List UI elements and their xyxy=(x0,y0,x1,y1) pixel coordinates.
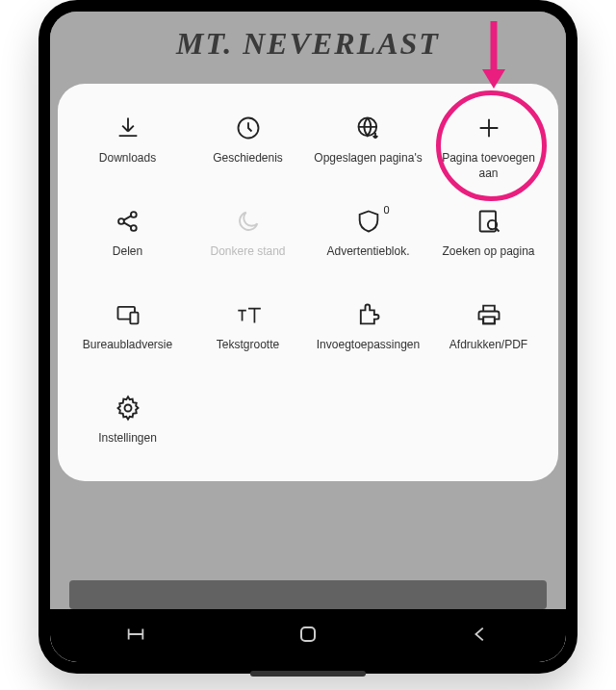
menu-item-textsize[interactable]: Tekstgrootte xyxy=(192,299,303,369)
menu-label: Downloads xyxy=(99,151,156,182)
menu-label: Delen xyxy=(113,244,142,275)
globe-download-icon xyxy=(353,113,384,143)
menu-item-saved-pages[interactable]: Opgeslagen pagina's xyxy=(313,113,424,182)
menu-item-history[interactable]: Geschiedenis xyxy=(192,113,303,182)
adblock-badge: 0 xyxy=(383,204,389,216)
page-title: Mt. Neverlast xyxy=(50,26,566,62)
puzzle-icon xyxy=(353,299,384,330)
printer-icon xyxy=(474,299,504,330)
menu-item-add-page[interactable]: Pagina toevoegen aan xyxy=(433,113,544,182)
gear-icon xyxy=(113,393,143,423)
find-icon xyxy=(474,206,504,237)
plus-icon xyxy=(474,113,504,143)
browser-menu-panel: Downloads Geschiedenis Opgeslagen pagina… xyxy=(58,84,558,481)
menu-label: Instellingen xyxy=(98,431,157,462)
menu-label: Invoegtoepassingen xyxy=(317,338,420,369)
shield-icon: 0 xyxy=(353,206,384,237)
nav-back-button[interactable] xyxy=(470,624,491,649)
menu-label: Afdrukken/PDF xyxy=(449,338,527,369)
browser-toolbar-shadow xyxy=(69,580,547,609)
menu-label: Pagina toevoegen aan xyxy=(433,151,544,182)
menu-label: Tekstgrootte xyxy=(217,338,279,369)
menu-label: Opgeslagen pagina's xyxy=(314,151,422,182)
phone-frame: Mt. Neverlast Downloads Geschiedenis xyxy=(38,0,578,674)
nav-recent-button[interactable] xyxy=(125,624,146,649)
phone-screen: Mt. Neverlast Downloads Geschiedenis xyxy=(50,12,566,662)
menu-grid: Downloads Geschiedenis Opgeslagen pagina… xyxy=(72,113,544,462)
svg-point-10 xyxy=(124,405,131,412)
menu-item-desktop[interactable]: Bureaubladversie xyxy=(72,299,183,369)
menu-label: Geschiedenis xyxy=(213,151,283,182)
share-icon xyxy=(113,206,143,237)
svg-rect-9 xyxy=(483,317,495,323)
menu-label: Zoeken op pagina xyxy=(442,244,534,275)
phone-speaker xyxy=(250,671,366,677)
svg-rect-8 xyxy=(130,313,138,324)
menu-label: Donkere stand xyxy=(210,244,285,275)
moon-icon xyxy=(233,206,264,237)
svg-rect-11 xyxy=(301,627,315,641)
download-icon xyxy=(113,113,143,143)
menu-item-find[interactable]: Zoeken op pagina xyxy=(433,206,544,275)
menu-label: Bureaubladversie xyxy=(83,338,172,369)
clock-icon xyxy=(233,113,264,143)
menu-item-adblock[interactable]: 0 Advertentieblok. xyxy=(313,206,424,275)
textsize-icon xyxy=(233,299,264,330)
menu-item-share[interactable]: Delen xyxy=(72,206,183,275)
menu-label: Advertentieblok. xyxy=(326,244,409,275)
android-nav-bar xyxy=(50,609,566,662)
menu-item-print[interactable]: Afdrukken/PDF xyxy=(433,299,544,369)
menu-item-downloads[interactable]: Downloads xyxy=(72,113,183,182)
menu-item-dark-mode[interactable]: Donkere stand xyxy=(192,206,303,275)
desktop-icon xyxy=(113,299,143,330)
menu-item-settings[interactable]: Instellingen xyxy=(72,393,183,462)
nav-home-button[interactable] xyxy=(296,623,320,650)
menu-item-addons[interactable]: Invoegtoepassingen xyxy=(313,299,424,369)
